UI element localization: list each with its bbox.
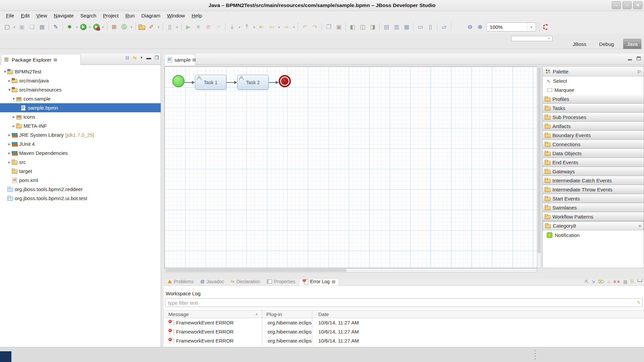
forward-icon[interactable]: ⇨ <box>282 22 291 31</box>
align-center-icon[interactable]: ◫ <box>358 22 367 31</box>
log-table-row[interactable]: FrameworkEvent ERRORorg.hibernate.eclips… <box>164 318 644 327</box>
clear-log-icon[interactable]: ⌦ <box>598 279 604 284</box>
chevron-down-icon[interactable]: ∨ <box>129 22 134 31</box>
scrollbar-thumb[interactable] <box>165 269 346 272</box>
menu-navigate[interactable]: Navigate <box>50 12 77 19</box>
close-button[interactable]: ✕ <box>633 1 642 9</box>
palette-drawer-profiles[interactable]: Profiles <box>543 95 644 104</box>
tree-item[interactable]: pom.xml <box>0 176 161 185</box>
print-icon[interactable]: ▦ <box>38 22 46 31</box>
redo-icon[interactable]: ↷ <box>311 22 319 31</box>
collapse-arrow-icon[interactable]: ▼ <box>11 97 16 101</box>
open-resource-icon[interactable] <box>139 24 145 29</box>
zoom-out-icon[interactable]: ⊖ <box>466 22 474 31</box>
log-table-row[interactable]: FrameworkEvent ERRORorg.hibernate.eclips… <box>164 327 644 336</box>
menu-edit[interactable]: Edit <box>17 12 33 19</box>
align-right-icon[interactable]: ◨ <box>368 22 377 31</box>
run-icon[interactable]: ▶ <box>80 24 87 30</box>
distribute-grid-icon[interactable]: ▦ <box>402 22 411 31</box>
chevron-down-icon[interactable]: ∨ <box>277 22 281 31</box>
save-icon[interactable]: ▣ <box>17 22 26 31</box>
palette-tool-marquee[interactable]: Marquee <box>543 85 644 95</box>
new-java-project-icon[interactable]: ⊞ <box>110 22 118 31</box>
drag-handle[interactable] <box>535 350 536 359</box>
distribute-horizontal-icon[interactable]: ▤ <box>382 22 391 31</box>
perspective-jboss[interactable]: JBoss <box>569 39 590 49</box>
tab-error-log[interactable]: Error Log⊠ <box>299 279 339 286</box>
tab-javadoc[interactable]: @Javadoc <box>197 279 227 286</box>
collapse-all-icon[interactable]: ⊟ <box>125 55 129 60</box>
close-icon[interactable]: ⊠ <box>53 57 57 62</box>
view-menu-icon[interactable]: ▼ <box>140 56 143 59</box>
suspend-icon[interactable]: ☞ <box>214 22 223 31</box>
tree-item[interactable]: ▶Maven Dependencies <box>0 148 161 158</box>
zoom-in-icon[interactable]: ⊕ <box>476 22 484 31</box>
scrollbar-thumb[interactable] <box>538 67 541 253</box>
skip-breakpoints-icon[interactable]: ✎ <box>51 22 60 31</box>
chevron-down-icon[interactable]: ∨ <box>88 22 92 31</box>
sequence-flow[interactable] <box>269 82 276 83</box>
chevron-down-icon[interactable]: ∨ <box>291 22 296 31</box>
menu-diagram[interactable]: Diagram <box>138 12 164 19</box>
palette-drawer-gateways[interactable]: Gateways <box>543 167 644 176</box>
resume-icon[interactable]: ▶ <box>184 22 193 31</box>
tree-item[interactable]: ▼BPMN2Test <box>0 67 161 76</box>
expand-arrow-icon[interactable]: ▶ <box>11 115 16 119</box>
toolbar-overflow-combo[interactable]: ∨ <box>511 36 552 41</box>
palette-drawer-start-events[interactable]: Start Events <box>543 194 644 203</box>
palette-drawer-workflow-patterns[interactable]: Workflow Patterns <box>543 212 644 221</box>
match-height-icon[interactable]: ▯ <box>426 22 435 31</box>
task-1-node[interactable]: Task 1 <box>195 75 226 90</box>
tree-item[interactable]: org.jboss.tools.bpmn2.ui.bot.test <box>0 194 161 203</box>
expand-arrow-icon[interactable]: ▶ <box>11 124 16 128</box>
import-log-icon[interactable]: ⇲ <box>591 279 595 284</box>
expand-arrow-icon[interactable]: ▶ <box>7 161 12 164</box>
palette-drawer-category8[interactable]: Category8◈ <box>543 221 644 230</box>
chevron-right-icon[interactable]: ▷ <box>638 69 641 74</box>
tree-item[interactable]: target <box>0 167 161 176</box>
tree-item[interactable]: org.jboss.tools.bpmn2.reddeer <box>0 185 161 194</box>
pin-icon[interactable]: ◈ <box>639 224 641 228</box>
menu-run[interactable]: Run <box>122 12 138 19</box>
restore-log-icon[interactable]: ⎘ <box>631 279 634 284</box>
bpmn-diagram-canvas[interactable]: Task 1 Task 2 <box>164 66 537 268</box>
perspective-java[interactable]: Java <box>623 39 641 49</box>
minimize-view-icon[interactable]: ▬ <box>146 55 151 60</box>
log-filter-input[interactable] <box>165 298 643 307</box>
palette-drawer-data-objects[interactable]: Data Objects <box>543 149 644 158</box>
close-icon[interactable]: ⊠ <box>332 279 335 284</box>
chevron-down-icon[interactable]: ∨ <box>156 22 161 31</box>
link-with-editor-icon[interactable]: ⇆ <box>133 55 137 60</box>
column-header-date[interactable]: Date <box>312 311 644 317</box>
palette-item-notification[interactable]: !Notification <box>543 230 644 240</box>
column-header-message[interactable]: Message∧ <box>164 311 262 317</box>
menu-window[interactable]: Window <box>164 12 188 19</box>
palette-drawer-sub-processes[interactable]: Sub Processes <box>543 113 644 122</box>
tab-problems[interactable]: Problems <box>164 279 197 286</box>
last-edit-icon[interactable]: ⇤ <box>257 22 266 31</box>
palette-drawer-tasks[interactable]: Tasks <box>543 104 644 113</box>
maximize-icon[interactable] <box>637 57 641 60</box>
expand-arrow-icon[interactable]: ▶ <box>7 142 12 146</box>
column-header-plugin[interactable]: Plug-in <box>262 310 312 318</box>
sequence-flow[interactable] <box>184 82 192 83</box>
align-left-icon[interactable]: ◧ <box>348 22 357 31</box>
terminate-icon[interactable]: ⊘ <box>204 22 213 31</box>
expand-arrow-icon[interactable]: ▶ <box>7 133 12 137</box>
maximize-button[interactable]: ▫ <box>623 1 632 9</box>
distribute-vertical-icon[interactable]: ▥ <box>392 22 401 31</box>
palette-tool-select[interactable]: ⇖Select <box>543 76 644 85</box>
menu-project[interactable]: Project <box>100 12 122 19</box>
palette-drawer-artifacts[interactable]: Artifacts <box>543 122 644 131</box>
log-table-row[interactable]: FrameworkEvent ERRORorg.hibernate.eclips… <box>164 336 644 345</box>
minimize-button[interactable]: – <box>612 1 621 9</box>
paste-icon[interactable]: ▣ <box>334 22 343 31</box>
collapse-arrow-icon[interactable]: ▼ <box>3 70 7 73</box>
copy-icon[interactable]: ❐ <box>324 22 333 31</box>
maximize-view-icon[interactable]: ❒ <box>154 55 159 60</box>
chevron-down-icon[interactable]: ∨ <box>175 22 179 31</box>
tree-item[interactable]: ▼src/main/resources <box>0 85 161 94</box>
tab-properties[interactable]: Properties <box>264 279 299 286</box>
chevron-down-icon[interactable]: ∨ <box>252 22 257 31</box>
open-log-icon[interactable]: ▤ <box>623 279 627 284</box>
